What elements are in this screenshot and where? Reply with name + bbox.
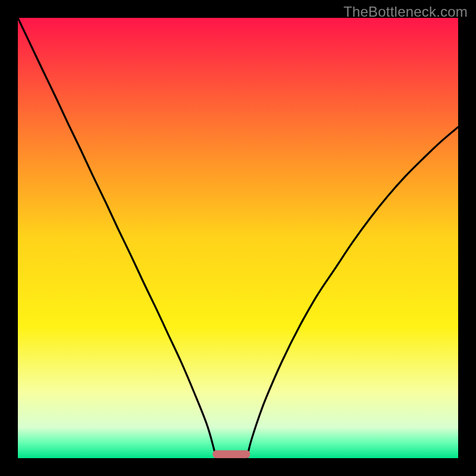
gradient-background (18, 18, 458, 458)
bottleneck-marker (212, 450, 250, 458)
chart-frame: TheBottleneck.com (0, 0, 476, 476)
plot-area (18, 18, 458, 458)
chart-svg (18, 18, 458, 458)
watermark-label: TheBottleneck.com (343, 4, 468, 20)
